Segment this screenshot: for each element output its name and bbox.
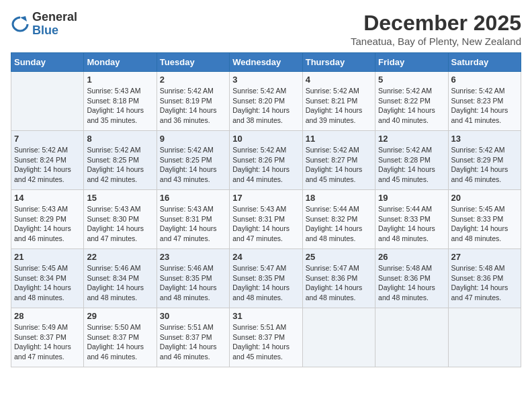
header-thursday: Thursday xyxy=(302,53,375,72)
day-info: Sunrise: 5:47 AM Sunset: 8:35 PM Dayligh… xyxy=(232,263,299,303)
day-number: 2 xyxy=(160,75,226,85)
calendar-cell: 25Sunrise: 5:47 AM Sunset: 8:36 PM Dayli… xyxy=(302,249,375,308)
day-info: Sunrise: 5:42 AM Sunset: 8:29 PM Dayligh… xyxy=(451,145,518,185)
logo-blue: Blue xyxy=(32,24,58,37)
day-number: 6 xyxy=(451,75,518,85)
day-info: Sunrise: 5:43 AM Sunset: 8:31 PM Dayligh… xyxy=(232,204,299,244)
day-number: 1 xyxy=(87,75,153,85)
day-number: 14 xyxy=(14,193,81,203)
day-info: Sunrise: 5:42 AM Sunset: 8:27 PM Dayligh… xyxy=(306,145,372,185)
header-wednesday: Wednesday xyxy=(230,53,302,72)
day-info: Sunrise: 5:48 AM Sunset: 8:36 PM Dayligh… xyxy=(451,263,518,303)
calendar-cell: 6Sunrise: 5:42 AM Sunset: 8:23 PM Daylig… xyxy=(448,72,521,131)
calendar-cell: 18Sunrise: 5:44 AM Sunset: 8:32 PM Dayli… xyxy=(302,190,375,249)
day-info: Sunrise: 5:44 AM Sunset: 8:33 PM Dayligh… xyxy=(378,204,445,244)
day-number: 11 xyxy=(306,134,372,144)
day-number: 26 xyxy=(378,252,445,262)
calendar-cell: 12Sunrise: 5:42 AM Sunset: 8:28 PM Dayli… xyxy=(375,131,448,190)
logo: General Blue xyxy=(11,11,77,38)
title-area: December 2025 Taneatua, Bay of Plenty, N… xyxy=(351,11,521,47)
day-info: Sunrise: 5:45 AM Sunset: 8:34 PM Dayligh… xyxy=(14,263,81,303)
header-tuesday: Tuesday xyxy=(157,53,229,72)
day-number: 20 xyxy=(451,193,518,203)
logo-icon xyxy=(11,15,30,34)
calendar-cell: 2Sunrise: 5:42 AM Sunset: 8:19 PM Daylig… xyxy=(157,72,229,131)
day-info: Sunrise: 5:42 AM Sunset: 8:28 PM Dayligh… xyxy=(378,145,445,185)
day-info: Sunrise: 5:46 AM Sunset: 8:34 PM Dayligh… xyxy=(87,263,153,303)
day-number: 18 xyxy=(306,193,372,203)
calendar-cell: 24Sunrise: 5:47 AM Sunset: 8:35 PM Dayli… xyxy=(230,249,302,308)
week-row-5: 28Sunrise: 5:49 AM Sunset: 8:37 PM Dayli… xyxy=(11,308,521,367)
day-number: 28 xyxy=(14,311,81,321)
day-number: 10 xyxy=(232,134,299,144)
week-row-4: 21Sunrise: 5:45 AM Sunset: 8:34 PM Dayli… xyxy=(11,249,521,308)
day-number: 25 xyxy=(306,252,372,262)
calendar-cell xyxy=(11,72,84,131)
day-info: Sunrise: 5:47 AM Sunset: 8:36 PM Dayligh… xyxy=(306,263,372,303)
calendar-cell: 9Sunrise: 5:42 AM Sunset: 8:25 PM Daylig… xyxy=(157,131,229,190)
calendar-cell: 22Sunrise: 5:46 AM Sunset: 8:34 PM Dayli… xyxy=(84,249,157,308)
calendar-cell: 1Sunrise: 5:43 AM Sunset: 8:18 PM Daylig… xyxy=(84,72,157,131)
calendar-cell: 14Sunrise: 5:43 AM Sunset: 8:29 PM Dayli… xyxy=(11,190,84,249)
calendar-cell: 16Sunrise: 5:43 AM Sunset: 8:31 PM Dayli… xyxy=(157,190,229,249)
day-info: Sunrise: 5:48 AM Sunset: 8:36 PM Dayligh… xyxy=(378,263,445,303)
logo-text: General Blue xyxy=(32,11,77,38)
day-info: Sunrise: 5:45 AM Sunset: 8:33 PM Dayligh… xyxy=(451,204,518,244)
day-number: 22 xyxy=(87,252,153,262)
calendar-cell xyxy=(448,308,521,367)
day-info: Sunrise: 5:42 AM Sunset: 8:25 PM Dayligh… xyxy=(87,145,153,185)
day-number: 9 xyxy=(160,134,226,144)
day-info: Sunrise: 5:42 AM Sunset: 8:23 PM Dayligh… xyxy=(451,86,518,126)
calendar-cell: 23Sunrise: 5:46 AM Sunset: 8:35 PM Dayli… xyxy=(157,249,229,308)
day-info: Sunrise: 5:51 AM Sunset: 8:37 PM Dayligh… xyxy=(232,322,299,362)
calendar-cell: 21Sunrise: 5:45 AM Sunset: 8:34 PM Dayli… xyxy=(11,249,84,308)
day-number: 21 xyxy=(14,252,81,262)
day-info: Sunrise: 5:46 AM Sunset: 8:35 PM Dayligh… xyxy=(160,263,226,303)
day-number: 24 xyxy=(232,252,299,262)
day-info: Sunrise: 5:42 AM Sunset: 8:19 PM Dayligh… xyxy=(160,86,226,126)
day-number: 30 xyxy=(160,311,226,321)
day-number: 19 xyxy=(378,193,445,203)
calendar-table: SundayMondayTuesdayWednesdayThursdayFrid… xyxy=(11,52,521,367)
day-number: 16 xyxy=(160,193,226,203)
day-number: 23 xyxy=(160,252,226,262)
calendar-cell: 20Sunrise: 5:45 AM Sunset: 8:33 PM Dayli… xyxy=(448,190,521,249)
day-number: 13 xyxy=(451,134,518,144)
day-info: Sunrise: 5:43 AM Sunset: 8:29 PM Dayligh… xyxy=(14,204,81,244)
calendar-cell: 19Sunrise: 5:44 AM Sunset: 8:33 PM Dayli… xyxy=(375,190,448,249)
day-info: Sunrise: 5:43 AM Sunset: 8:30 PM Dayligh… xyxy=(87,204,153,244)
calendar-cell: 13Sunrise: 5:42 AM Sunset: 8:29 PM Dayli… xyxy=(448,131,521,190)
day-number: 4 xyxy=(306,75,372,85)
calendar-cell xyxy=(375,308,448,367)
day-info: Sunrise: 5:49 AM Sunset: 8:37 PM Dayligh… xyxy=(14,322,81,362)
location-title: Taneatua, Bay of Plenty, New Zealand xyxy=(351,36,521,47)
header-friday: Friday xyxy=(375,53,448,72)
header-monday: Monday xyxy=(84,53,157,72)
day-number: 31 xyxy=(232,311,299,321)
day-info: Sunrise: 5:42 AM Sunset: 8:22 PM Dayligh… xyxy=(378,86,445,126)
header-sunday: Sunday xyxy=(11,53,84,72)
calendar-cell: 26Sunrise: 5:48 AM Sunset: 8:36 PM Dayli… xyxy=(375,249,448,308)
day-info: Sunrise: 5:51 AM Sunset: 8:37 PM Dayligh… xyxy=(160,322,226,362)
calendar-cell xyxy=(302,308,375,367)
calendar-cell: 28Sunrise: 5:49 AM Sunset: 8:37 PM Dayli… xyxy=(11,308,84,367)
day-number: 15 xyxy=(87,193,153,203)
calendar-cell: 15Sunrise: 5:43 AM Sunset: 8:30 PM Dayli… xyxy=(84,190,157,249)
day-number: 27 xyxy=(451,252,518,262)
day-info: Sunrise: 5:42 AM Sunset: 8:24 PM Dayligh… xyxy=(14,145,81,185)
calendar-cell: 27Sunrise: 5:48 AM Sunset: 8:36 PM Dayli… xyxy=(448,249,521,308)
day-info: Sunrise: 5:42 AM Sunset: 8:21 PM Dayligh… xyxy=(306,86,372,126)
day-number: 17 xyxy=(232,193,299,203)
calendar-cell: 7Sunrise: 5:42 AM Sunset: 8:24 PM Daylig… xyxy=(11,131,84,190)
calendar-header-row: SundayMondayTuesdayWednesdayThursdayFrid… xyxy=(11,53,521,72)
week-row-1: 1Sunrise: 5:43 AM Sunset: 8:18 PM Daylig… xyxy=(11,72,521,131)
calendar-cell: 11Sunrise: 5:42 AM Sunset: 8:27 PM Dayli… xyxy=(302,131,375,190)
day-number: 7 xyxy=(14,134,81,144)
day-info: Sunrise: 5:42 AM Sunset: 8:26 PM Dayligh… xyxy=(232,145,299,185)
day-info: Sunrise: 5:42 AM Sunset: 8:20 PM Dayligh… xyxy=(232,86,299,126)
calendar-cell: 4Sunrise: 5:42 AM Sunset: 8:21 PM Daylig… xyxy=(302,72,375,131)
calendar-cell: 30Sunrise: 5:51 AM Sunset: 8:37 PM Dayli… xyxy=(157,308,229,367)
week-row-2: 7Sunrise: 5:42 AM Sunset: 8:24 PM Daylig… xyxy=(11,131,521,190)
logo-general: General xyxy=(32,10,77,24)
calendar-cell: 31Sunrise: 5:51 AM Sunset: 8:37 PM Dayli… xyxy=(230,308,302,367)
